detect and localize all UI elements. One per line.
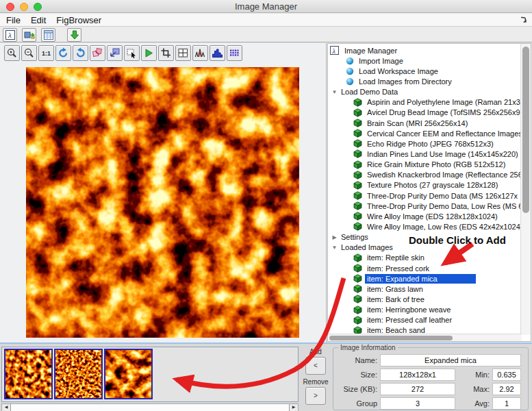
- grid-view-button[interactable]: [175, 45, 191, 61]
- cube-icon: [353, 150, 362, 158]
- zoom-in-button[interactable]: [4, 45, 20, 61]
- sphere-icon: [345, 77, 354, 86]
- tree-item[interactable]: item: Expanded mica: [328, 273, 521, 284]
- zoom-out-button[interactable]: [21, 45, 37, 61]
- rotate-ccw-button[interactable]: [73, 45, 88, 61]
- info-field-name[interactable]: Expanded mica: [380, 354, 521, 366]
- tree-item[interactable]: Swedish Knackerbrod Image (Reflectance 2…: [328, 170, 521, 180]
- tree-item-label: Swedish Knackerbrod Image (Reflectance 2…: [365, 170, 521, 179]
- thumbnail-pressed-cork[interactable]: [54, 349, 103, 399]
- tree-item[interactable]: Echo Ridge Photo (JPEG 768x512x3): [328, 138, 521, 149]
- cube-icon: [353, 108, 362, 116]
- cube-icon: [353, 171, 362, 179]
- tree-item[interactable]: Wire Alloy Image, Low Res (EDS 42x42x102…: [328, 221, 521, 232]
- spreadsheet-button[interactable]: [41, 28, 55, 42]
- cube-icon: [353, 223, 362, 231]
- tree-item[interactable]: Three-Drop Purity Demo Data (MS 126x127x: [328, 190, 521, 201]
- import-button[interactable]: [67, 28, 81, 42]
- tree-item[interactable]: Avicel Drug Bead Image (TofSIMS 256x256x…: [328, 108, 521, 118]
- tree-horizontal-scrollbar[interactable]: [328, 334, 522, 341]
- rotate-cw-icon: [58, 47, 69, 59]
- menu-figbrowser[interactable]: FigBrowser: [56, 15, 101, 25]
- expander-open-icon[interactable]: ▼: [330, 89, 339, 95]
- run-button[interactable]: [141, 45, 157, 61]
- tree-item[interactable]: Wire Alloy Image (EDS 128x128x1024): [328, 211, 521, 221]
- tree-item[interactable]: Rice Grain Mixture Photo (RGB 512x512): [328, 160, 521, 170]
- thumb-scroll-left-button[interactable]: ◀: [2, 404, 11, 411]
- rotate-cw-button[interactable]: [55, 45, 71, 61]
- tree-item[interactable]: item: Pressed calf leather: [328, 315, 521, 325]
- image-information-panel: Image Information Name:Expanded micaSize…: [333, 347, 529, 410]
- menu-edit[interactable]: Edit: [31, 15, 46, 25]
- thumbnail-scrollbar[interactable]: ◀ ▶: [1, 403, 299, 411]
- info-field-size: 128x128x1: [380, 369, 455, 381]
- expander-closed-icon[interactable]: ▶: [330, 234, 339, 240]
- tree-item[interactable]: Load Images from Directory: [328, 76, 521, 86]
- cube-icon: [353, 275, 362, 283]
- cube-icon: [353, 160, 362, 169]
- tree-item[interactable]: Indian Pines Land Use Image (145x145x220…: [328, 149, 521, 159]
- duplicate-figure-button[interactable]: [90, 45, 105, 61]
- horizontal-scroll-thumb[interactable]: [329, 336, 453, 340]
- workspace-export-button[interactable]: [22, 28, 36, 42]
- tree-item[interactable]: Cervical Cancer EEM and Reflectance Imag…: [328, 128, 521, 138]
- workspace-icon: [24, 29, 35, 40]
- plottools-button[interactable]: λ: [3, 28, 17, 42]
- crop-button[interactable]: [158, 45, 174, 61]
- tree-item-label: Texture Photos (27 grayscale 128x128): [365, 180, 500, 190]
- remove-button[interactable]: >: [305, 387, 326, 405]
- spreadsheet-icon: [43, 29, 54, 40]
- image-manager-window: Image Manager FileEditFigBrowser λ 1:1 λ…: [0, 0, 532, 411]
- tree-item[interactable]: Import Image: [328, 55, 521, 66]
- tree-item-label: item: Pressed calf leather: [365, 315, 454, 325]
- tree-item[interactable]: item: Grass lawn: [328, 284, 521, 294]
- tree-item[interactable]: item: Herringbone weave: [328, 305, 521, 315]
- info-field-max: 2.92: [492, 383, 521, 395]
- menu-bar: FileEditFigBrowser: [0, 14, 532, 27]
- main-image-canvas[interactable]: [26, 67, 299, 338]
- tree-item[interactable]: item: Reptile skin: [328, 253, 521, 263]
- tree-item[interactable]: Brain Scan (MRI 256x256x14): [328, 118, 521, 128]
- tree-item[interactable]: Three-Drop Purity Demo Data, Low Res (MS…: [328, 201, 521, 211]
- tree-group[interactable]: ▼Load Demo Data: [328, 87, 521, 97]
- info-label-min: Min:: [458, 369, 490, 381]
- menu-file[interactable]: File: [6, 15, 21, 25]
- image-information-grid: Name:Expanded micaSize:128x128x1Min:0.63…: [338, 354, 521, 411]
- cube-icon: [353, 253, 362, 262]
- zoom-in-icon: [6, 47, 18, 59]
- image-tree-panel: λImage ManagerImport ImageLoad Workspace…: [327, 43, 531, 342]
- thumb-scroll-right-button[interactable]: ▶: [289, 404, 298, 411]
- actual-size-button[interactable]: 1:1: [38, 45, 54, 61]
- tree-item[interactable]: Texture Photos (27 grayscale 128x128): [328, 180, 521, 190]
- dock-figure-icon[interactable]: [519, 16, 528, 25]
- tree-root[interactable]: λImage Manager: [328, 45, 521, 55]
- tree-item[interactable]: item: Bark of tree: [328, 294, 521, 304]
- tree-item-label: item: Expanded mica: [365, 274, 476, 284]
- expander-open-icon[interactable]: ▼: [330, 245, 339, 251]
- thumbnail-expanded-mica[interactable]: [104, 349, 153, 399]
- tree-item[interactable]: Load Workspace Image: [328, 66, 521, 76]
- spectra-button[interactable]: [192, 45, 208, 61]
- spectra-icon: [194, 47, 206, 59]
- remove-label: Remove: [299, 378, 332, 386]
- select-region-button[interactable]: [124, 45, 140, 61]
- cube-icon: [353, 98, 362, 106]
- thumbnail-reptile-skin[interactable]: [4, 349, 53, 399]
- tree-item-label: item: Herringbone weave: [365, 305, 453, 314]
- tree-item-label: Wire Alloy Image (EDS 128x128x1024): [365, 212, 500, 221]
- tree-item[interactable]: Aspirin and Polyethylene Image (Raman 21…: [328, 97, 521, 108]
- info-field-min: 0.635: [492, 369, 521, 381]
- vertical-scroll-thumb[interactable]: [522, 47, 529, 213]
- tree-item-label: Image Manager: [342, 46, 399, 55]
- export-figure-button[interactable]: [107, 45, 123, 61]
- tree-item[interactable]: item: Pressed cork: [328, 263, 521, 273]
- add-button[interactable]: <: [305, 357, 326, 375]
- figure-toolbar: λ: [0, 27, 532, 42]
- pixel-view-button[interactable]: [227, 45, 242, 61]
- tree-item-label: Loaded Images: [339, 242, 395, 252]
- green-down-arrow-icon: [69, 29, 80, 40]
- play-icon: [143, 47, 155, 59]
- histogram-button[interactable]: [210, 45, 225, 61]
- tree-vertical-scrollbar[interactable]: [520, 44, 531, 335]
- tree-item-label: Brain Scan (MRI 256x256x14): [365, 119, 470, 128]
